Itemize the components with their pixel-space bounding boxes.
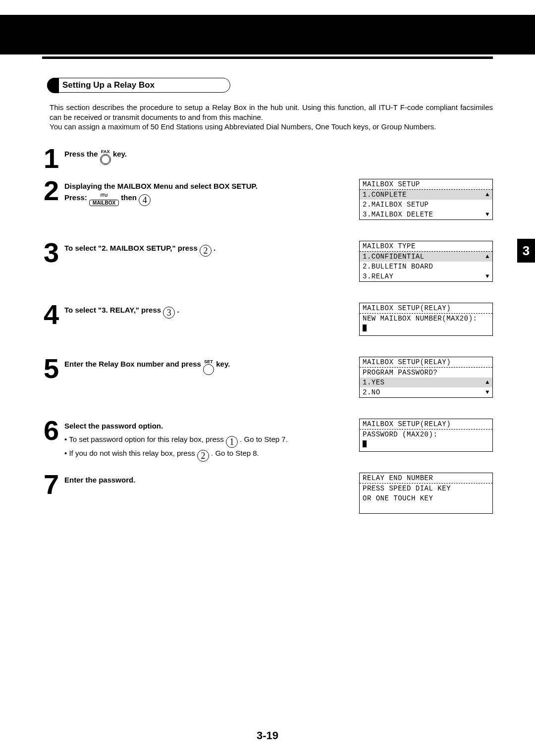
top-banner bbox=[0, 15, 535, 54]
step-number: 2 bbox=[44, 179, 61, 203]
circled-1-icon: 1 bbox=[226, 436, 238, 448]
step-number: 1 bbox=[44, 147, 61, 170]
lcd-row: PRESS SPEED DIAL KEY bbox=[360, 484, 492, 493]
step-body: Press the FAX key. bbox=[64, 147, 354, 165]
lcd-header: MAILBOX SETUP(RELAY) bbox=[360, 357, 492, 368]
side-tab: 3 bbox=[517, 239, 535, 263]
arrow-down-icon: ▼ bbox=[485, 389, 489, 396]
step-number: 3 bbox=[44, 241, 61, 265]
lcd-row bbox=[360, 503, 492, 513]
cursor-icon bbox=[363, 440, 367, 447]
step-title: Displaying the MAILBOX Menu and select B… bbox=[64, 182, 354, 190]
lcd-display: MAILBOX SETUP(RELAY) NEW MAILBOX NUMBER(… bbox=[359, 303, 493, 336]
lcd-row: 3.RELAY ▼ bbox=[360, 271, 492, 281]
set-key-icon bbox=[203, 364, 214, 375]
lcd-row: 1.YES ▲ bbox=[360, 378, 492, 387]
step-row: 6 Select the password option.• To set pa… bbox=[44, 419, 493, 464]
step-row: 2 Displaying the MAILBOX Menu and select… bbox=[44, 179, 493, 232]
step-title: Enter the password. bbox=[64, 476, 354, 484]
lcd-row: 2.NO ▼ bbox=[360, 387, 492, 397]
step-row: 7 Enter the password. RELAY END NUMBER P… bbox=[44, 473, 493, 526]
page-number: 3-19 bbox=[0, 729, 535, 742]
step-number: 6 bbox=[44, 419, 61, 442]
lcd-column: MAILBOX SETUP 1.CONPLETE ▲ 2.MAILBOX SET… bbox=[359, 179, 493, 232]
lcd-header: MAILBOX SETUP bbox=[360, 179, 492, 190]
step-row: 5 Enter the Relay Box number and press S… bbox=[44, 357, 493, 410]
rule bbox=[42, 56, 493, 59]
step-body: Enter the Relay Box number and press SET… bbox=[64, 357, 354, 375]
step-body: Enter the password. bbox=[64, 473, 354, 484]
lcd-display: MAILBOX SETUP(RELAY) PASSWORD (MAX20): bbox=[359, 419, 493, 452]
lcd-row: 3.MAILBOX DELETE ▼ bbox=[360, 210, 492, 219]
lcd-column: MAILBOX SETUP(RELAY) PROGRAM PASSWORD? 1… bbox=[359, 357, 493, 410]
step-row: 1 Press the FAX key. bbox=[44, 147, 493, 170]
step-row: 4 To select "3. RELAY," press 3 . MAILBO… bbox=[44, 303, 493, 348]
lcd-header: MAILBOX SETUP(RELAY) bbox=[360, 419, 492, 430]
step-body: Displaying the MAILBOX Menu and select B… bbox=[64, 179, 354, 206]
lcd-header: MAILBOX SETUP(RELAY) bbox=[360, 303, 492, 314]
step-title: Select the password option. bbox=[64, 422, 354, 430]
lcd-column: MAILBOX SETUP(RELAY) NEW MAILBOX NUMBER(… bbox=[359, 303, 493, 348]
lcd-display: MAILBOX TYPE 1.CONFIDENTIAL ▲ 2.BULLETIN… bbox=[359, 241, 493, 282]
step-number: 7 bbox=[44, 473, 61, 496]
step-title: To select "3. RELAY," press 3 . bbox=[64, 306, 179, 314]
lcd-display: RELAY END NUMBER PRESS SPEED DIAL KEYOR … bbox=[359, 473, 493, 514]
lcd-row: 2.MAILBOX SETUP bbox=[360, 200, 492, 210]
cursor-icon bbox=[363, 324, 367, 331]
circled-2-icon: 2 bbox=[197, 450, 209, 462]
lcd-column: MAILBOX TYPE 1.CONFIDENTIAL ▲ 2.BULLETIN… bbox=[359, 241, 493, 294]
bullet-item: • To set password option for this relay … bbox=[64, 435, 354, 448]
step-body: To select "3. RELAY," press 3 . bbox=[64, 303, 354, 319]
bullet-item: • If you do not wish this relay box, pre… bbox=[64, 449, 354, 462]
mailbox-key-icon: MAILBOX bbox=[89, 200, 119, 206]
step-body: To select "2. MAILBOX SETUP," press 2 . bbox=[64, 241, 354, 257]
section-title: Setting Up a Relay Box bbox=[62, 80, 155, 90]
circled-4-icon: 4 bbox=[139, 194, 151, 206]
lcd-row: 2.BULLETIN BOARD bbox=[360, 262, 492, 271]
step-title: Press the FAX key. bbox=[64, 150, 127, 158]
page: Setting Up a Relay Box This section desc… bbox=[0, 0, 535, 756]
step-sub: Press: ITUMAILBOX then 4 bbox=[64, 193, 354, 206]
step-row: 3 To select "2. MAILBOX SETUP," press 2 … bbox=[44, 241, 493, 294]
lcd-row: PROGRAM PASSWORD? bbox=[360, 368, 492, 378]
fax-key-icon bbox=[100, 154, 111, 165]
circled-2-icon: 2 bbox=[200, 245, 212, 257]
step-number: 4 bbox=[44, 303, 61, 326]
step-number: 5 bbox=[44, 357, 61, 380]
step-title: Enter the Relay Box number and press SET… bbox=[64, 360, 230, 368]
bullet-list: • To set password option for this relay … bbox=[64, 435, 354, 462]
lcd-column: RELAY END NUMBER PRESS SPEED DIAL KEYOR … bbox=[359, 473, 493, 526]
lcd-row: OR ONE TOUCH KEY bbox=[360, 493, 492, 503]
lcd-row: PASSWORD (MAX20): bbox=[360, 430, 492, 439]
step-body: Select the password option.• To set pass… bbox=[64, 419, 354, 462]
lcd-display: MAILBOX SETUP 1.CONPLETE ▲ 2.MAILBOX SET… bbox=[359, 179, 493, 220]
lcd-column: MAILBOX SETUP(RELAY) PASSWORD (MAX20): bbox=[359, 419, 493, 464]
pill-cap bbox=[47, 78, 59, 93]
lcd-header: RELAY END NUMBER bbox=[360, 473, 492, 484]
steps: 1 Press the FAX key. 2 Displaying the MA… bbox=[44, 147, 493, 526]
arrow-up-icon: ▲ bbox=[485, 191, 489, 198]
arrow-up-icon: ▲ bbox=[485, 253, 489, 260]
arrow-down-icon: ▼ bbox=[485, 273, 489, 280]
circled-3-icon: 3 bbox=[163, 307, 175, 319]
lcd-row: 1.CONFIDENTIAL ▲ bbox=[360, 252, 492, 262]
section-title-pill: Setting Up a Relay Box bbox=[47, 78, 230, 93]
lcd-row: NEW MAILBOX NUMBER(MAX20): bbox=[360, 314, 492, 324]
lcd-header: MAILBOX TYPE bbox=[360, 241, 492, 252]
lcd-row: 1.CONPLETE ▲ bbox=[360, 190, 492, 200]
lcd-display: MAILBOX SETUP(RELAY) PROGRAM PASSWORD? 1… bbox=[359, 357, 493, 398]
arrow-up-icon: ▲ bbox=[485, 379, 489, 386]
arrow-down-icon: ▼ bbox=[485, 211, 489, 218]
intro-text: This section describes the procedure to … bbox=[50, 103, 493, 132]
step-title: To select "2. MAILBOX SETUP," press 2 . bbox=[64, 244, 215, 252]
